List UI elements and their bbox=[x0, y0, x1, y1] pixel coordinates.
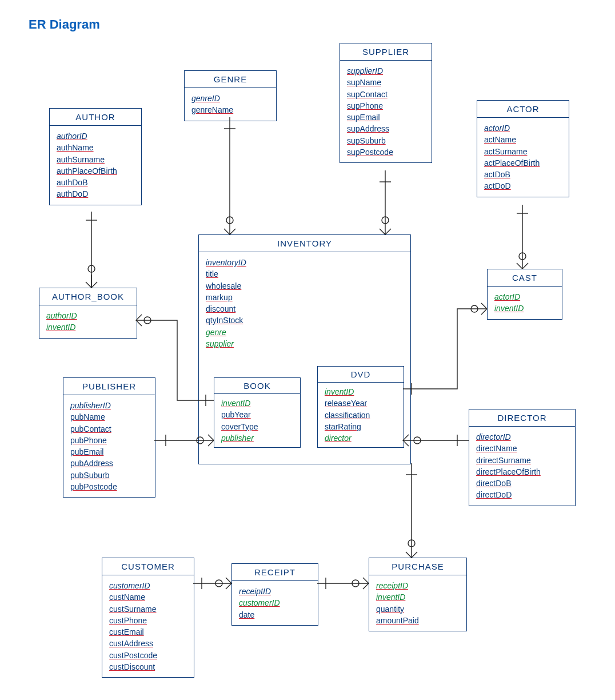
attr-supplier-supPostcode: supPostcode bbox=[347, 146, 425, 158]
attr-author-authDoB: authDoB bbox=[57, 177, 134, 188]
attr-purchase-amountPaid: amountPaid bbox=[376, 615, 460, 626]
attr-supplier-supSuburb: supSuburb bbox=[347, 135, 425, 146]
attr-director-directDoB: directDoB bbox=[476, 478, 568, 489]
attr-publisher-pubAddress: pubAddress bbox=[70, 458, 148, 469]
attr-genre-genreID: genreID bbox=[191, 93, 269, 104]
svg-point-11 bbox=[519, 253, 526, 260]
attr-inventory-qtyInStock: qtyInStock bbox=[206, 315, 404, 326]
attr-dvd-inventID: inventID bbox=[325, 386, 397, 397]
attr-dvd-director: director bbox=[325, 432, 397, 444]
entity-purchase-body: receiptIDinventIDquantityamountPaid bbox=[369, 575, 466, 631]
attr-receipt-date: date bbox=[239, 609, 311, 621]
entity-cast-body: actorIDinventID bbox=[488, 287, 562, 319]
page-title: ER Diagram bbox=[29, 17, 100, 32]
attr-author_book-authorID: authorID bbox=[46, 310, 130, 321]
attr-supplier-supplierID: supplierID bbox=[347, 65, 425, 77]
attr-author-authDoD: authDoD bbox=[57, 188, 134, 200]
attr-publisher-pubSuburb: pubSuburb bbox=[70, 470, 148, 481]
attr-publisher-publisherID: publisherID bbox=[70, 400, 148, 411]
attr-book-inventID: inventID bbox=[221, 397, 293, 409]
attr-inventory-markup: markup bbox=[206, 292, 404, 303]
attr-dvd-classification: classification bbox=[325, 409, 397, 421]
attr-publisher-pubPostcode: pubPostcode bbox=[70, 481, 148, 492]
attr-customer-custName: custName bbox=[109, 591, 187, 603]
attr-supplier-supPhone: supPhone bbox=[347, 100, 425, 112]
entity-inventory-body: inventoryIDtitlewholesalemarkupdiscountq… bbox=[199, 252, 410, 359]
entity-dvd-header: DVD bbox=[318, 367, 404, 383]
attr-supplier-supName: supName bbox=[347, 77, 425, 88]
svg-point-8 bbox=[382, 217, 389, 224]
svg-point-24 bbox=[408, 540, 415, 547]
attr-purchase-inventID: inventID bbox=[376, 591, 460, 603]
attr-actor-actDoD: actDoD bbox=[484, 180, 562, 192]
svg-point-15 bbox=[144, 317, 151, 324]
svg-point-13 bbox=[471, 305, 478, 312]
attr-director-directorID: directorID bbox=[476, 431, 568, 443]
entity-dvd-body: inventIDreleaseYearclassificationstarRat… bbox=[318, 383, 404, 447]
attr-actor-actDoB: actDoB bbox=[484, 169, 562, 180]
entity-genre: GENRE genreIDgenreName bbox=[184, 70, 277, 121]
attr-publisher-pubEmail: pubEmail bbox=[70, 446, 148, 458]
svg-point-30 bbox=[352, 580, 359, 587]
entity-cast-header: CAST bbox=[488, 269, 562, 287]
entity-publisher-header: PUBLISHER bbox=[63, 378, 155, 395]
attr-genre-genreName: genreName bbox=[191, 104, 269, 116]
attr-customer-customerID: customerID bbox=[109, 580, 187, 591]
entity-author-book-body: authorIDinventID bbox=[39, 305, 137, 338]
attr-book-coverType: coverType bbox=[221, 421, 293, 432]
attr-director-drirectSurname: drirectSurname bbox=[476, 455, 568, 466]
attr-book-publisher: publisher bbox=[221, 432, 293, 444]
svg-point-5 bbox=[226, 217, 233, 224]
attr-author-authSurname: authSurname bbox=[57, 154, 134, 165]
attr-cast-inventID: inventID bbox=[494, 303, 555, 314]
entity-actor: ACTOR actorIDactNameactSurnameactPlaceOf… bbox=[477, 100, 569, 197]
attr-actor-actorID: actorID bbox=[484, 122, 562, 134]
attr-customer-custEmail: custEmail bbox=[109, 626, 187, 638]
attr-customer-custAddress: custAddress bbox=[109, 638, 187, 649]
entity-director: DIRECTOR directorIDdirectNamedrirectSurn… bbox=[469, 409, 576, 506]
attr-inventory-title: title bbox=[206, 268, 404, 280]
attr-author-authName: authName bbox=[57, 142, 134, 153]
entity-customer: CUSTOMER customerIDcustNamecustSurnamecu… bbox=[102, 558, 194, 678]
entity-publisher: PUBLISHER publisherIDpubNamepubContactpu… bbox=[63, 377, 155, 498]
entity-dvd: DVD inventIDreleaseYearclassificationsta… bbox=[317, 366, 404, 448]
entity-genre-body: genreIDgenreName bbox=[185, 88, 276, 121]
attr-publisher-pubPhone: pubPhone bbox=[70, 435, 148, 446]
entity-purchase-header: PURCHASE bbox=[369, 558, 466, 575]
entity-book-header: BOOK bbox=[214, 378, 300, 394]
attr-customer-custPhone: custPhone bbox=[109, 615, 187, 626]
entity-supplier-body: supplierIDsupNamesupContactsupPhonesupEm… bbox=[340, 61, 432, 162]
entity-director-body: directorIDdirectNamedrirectSurnamedirect… bbox=[469, 427, 575, 506]
attr-cast-actorID: actorID bbox=[494, 291, 555, 303]
entity-customer-header: CUSTOMER bbox=[102, 558, 194, 575]
attr-purchase-quantity: quantity bbox=[376, 603, 460, 615]
attr-director-directDoD: directDoD bbox=[476, 489, 568, 500]
attr-publisher-pubName: pubName bbox=[70, 411, 148, 423]
entity-cast: CAST actorIDinventID bbox=[487, 269, 562, 320]
attr-book-pubYear: pubYear bbox=[221, 409, 293, 420]
entity-publisher-body: publisherIDpubNamepubContactpubPhonepubE… bbox=[63, 395, 155, 497]
attr-publisher-pubContact: pubContact bbox=[70, 423, 148, 435]
entity-author-body: authorIDauthNameauthSurnameauthPlaceOfBi… bbox=[50, 126, 141, 205]
attr-inventory-wholesale: wholesale bbox=[206, 280, 404, 292]
entity-actor-header: ACTOR bbox=[477, 101, 569, 118]
attr-supplier-supEmail: supEmail bbox=[347, 112, 425, 123]
attr-actor-actPlaceOfBirth: actPlaceOfBirth bbox=[484, 157, 562, 169]
svg-point-27 bbox=[215, 580, 222, 587]
attr-actor-actSurname: actSurname bbox=[484, 146, 562, 157]
attr-dvd-releaseYear: releaseYear bbox=[325, 397, 397, 409]
attr-director-directName: directName bbox=[476, 443, 568, 454]
attr-director-directPlaceOfBirth: directPlaceOfBirth bbox=[476, 466, 568, 478]
entity-receipt: RECEIPT receiptIDcustomerIDdate bbox=[231, 563, 318, 626]
attr-dvd-starRating: starRating bbox=[325, 421, 397, 432]
entity-author-book: AUTHOR_BOOK authorIDinventID bbox=[39, 288, 137, 339]
attr-inventory-genre: genre bbox=[206, 327, 404, 338]
attr-customer-custPostcode: custPostcode bbox=[109, 650, 187, 661]
entity-book: BOOK inventIDpubYearcoverTypepublisher bbox=[214, 377, 301, 448]
attr-author_book-inventID: inventID bbox=[46, 321, 130, 333]
attr-customer-custSurname: custSurname bbox=[109, 603, 187, 615]
entity-supplier-header: SUPPLIER bbox=[340, 43, 432, 61]
entity-receipt-body: receiptIDcustomerIDdate bbox=[232, 581, 318, 625]
attr-actor-actName: actName bbox=[484, 134, 562, 145]
attr-author-authorID: authorID bbox=[57, 130, 134, 142]
